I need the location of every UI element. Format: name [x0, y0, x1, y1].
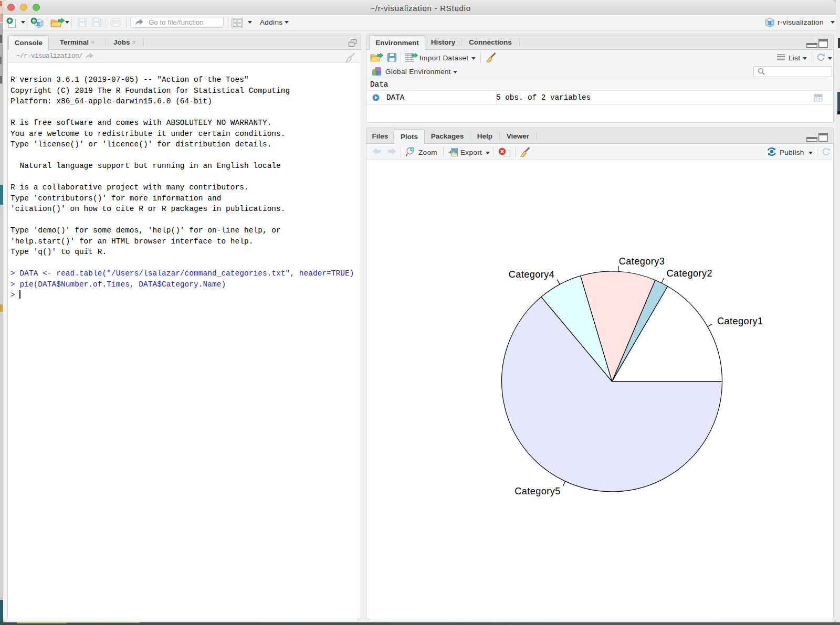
svg-text:R: R — [36, 21, 40, 27]
svg-text:Category2: Category2 — [666, 268, 712, 279]
svg-text:Category3: Category3 — [619, 256, 665, 267]
svg-text:Category5: Category5 — [514, 486, 561, 496]
svg-text:Category1: Category1 — [717, 316, 763, 326]
svg-text:Category4: Category4 — [509, 269, 555, 280]
svg-text:R: R — [768, 20, 772, 26]
